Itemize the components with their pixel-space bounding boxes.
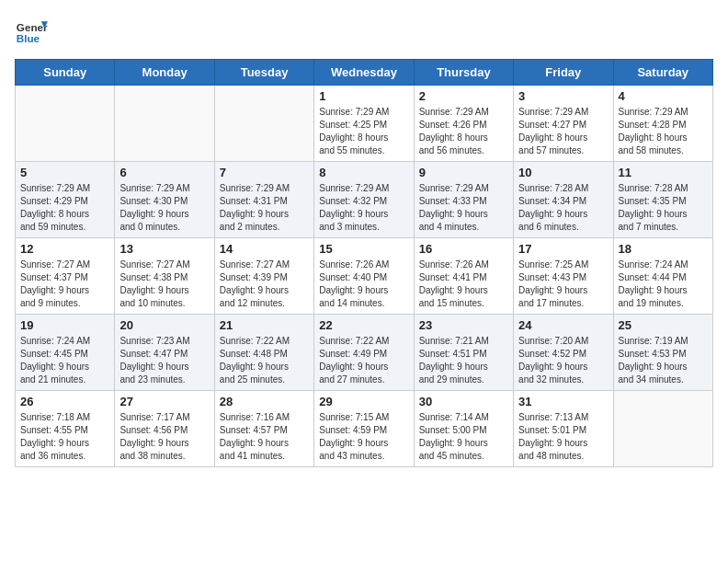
calendar-day-cell (613, 391, 712, 467)
calendar-day-cell: 3Sunrise: 7:29 AM Sunset: 4:27 PM Daylig… (514, 86, 613, 162)
calendar-day-cell: 10Sunrise: 7:28 AM Sunset: 4:34 PM Dayli… (514, 162, 613, 238)
day-number: 13 (119, 242, 209, 256)
calendar-day-cell: 12Sunrise: 7:27 AM Sunset: 4:37 PM Dayli… (16, 238, 115, 315)
weekday-header: Sunday (16, 60, 115, 86)
day-info: Sunrise: 7:29 AM Sunset: 4:26 PM Dayligh… (419, 106, 508, 157)
calendar-day-cell: 8Sunrise: 7:29 AM Sunset: 4:32 PM Daylig… (314, 162, 414, 238)
day-info: Sunrise: 7:24 AM Sunset: 4:44 PM Dayligh… (619, 259, 708, 310)
calendar-day-cell: 25Sunrise: 7:19 AM Sunset: 4:53 PM Dayli… (613, 315, 712, 391)
day-info: Sunrise: 7:29 AM Sunset: 4:30 PM Dayligh… (119, 182, 209, 234)
day-info: Sunrise: 7:27 AM Sunset: 4:39 PM Dayligh… (220, 259, 309, 310)
day-number: 11 (619, 166, 708, 179)
day-info: Sunrise: 7:13 AM Sunset: 5:01 PM Dayligh… (518, 411, 608, 463)
day-number: 6 (119, 166, 209, 179)
day-number: 8 (319, 166, 408, 179)
day-info: Sunrise: 7:28 AM Sunset: 4:34 PM Dayligh… (518, 182, 608, 234)
day-number: 24 (518, 318, 608, 332)
calendar-day-cell: 19Sunrise: 7:24 AM Sunset: 4:45 PM Dayli… (16, 315, 115, 391)
day-info: Sunrise: 7:29 AM Sunset: 4:31 PM Dayligh… (220, 182, 309, 234)
day-info: Sunrise: 7:17 AM Sunset: 4:56 PM Dayligh… (119, 411, 209, 463)
day-info: Sunrise: 7:24 AM Sunset: 4:45 PM Dayligh… (20, 335, 109, 386)
calendar-day-cell (214, 86, 313, 162)
calendar-day-cell: 31Sunrise: 7:13 AM Sunset: 5:01 PM Dayli… (514, 391, 613, 467)
calendar-week-row: 19Sunrise: 7:24 AM Sunset: 4:45 PM Dayli… (16, 315, 713, 391)
calendar-day-cell: 14Sunrise: 7:27 AM Sunset: 4:39 PM Dayli… (214, 238, 313, 315)
day-info: Sunrise: 7:27 AM Sunset: 4:37 PM Dayligh… (20, 259, 109, 310)
calendar-day-cell: 20Sunrise: 7:23 AM Sunset: 4:47 PM Dayli… (115, 315, 214, 391)
day-info: Sunrise: 7:29 AM Sunset: 4:33 PM Dayligh… (419, 182, 508, 234)
calendar-day-cell: 23Sunrise: 7:21 AM Sunset: 4:51 PM Dayli… (414, 315, 513, 391)
weekday-header: Tuesday (214, 60, 313, 86)
day-number: 16 (419, 242, 508, 256)
day-number: 26 (20, 395, 109, 408)
logo: General Blue (15, 15, 48, 48)
day-number: 3 (518, 89, 608, 103)
day-number: 15 (319, 242, 408, 256)
calendar-day-cell: 24Sunrise: 7:20 AM Sunset: 4:52 PM Dayli… (514, 315, 613, 391)
day-info: Sunrise: 7:19 AM Sunset: 4:53 PM Dayligh… (619, 335, 708, 386)
calendar-day-cell: 21Sunrise: 7:22 AM Sunset: 4:48 PM Dayli… (214, 315, 313, 391)
day-number: 23 (419, 318, 508, 332)
day-number: 17 (518, 242, 608, 256)
day-info: Sunrise: 7:16 AM Sunset: 4:57 PM Dayligh… (220, 411, 309, 463)
calendar-day-cell: 22Sunrise: 7:22 AM Sunset: 4:49 PM Dayli… (314, 315, 414, 391)
calendar-day-cell: 18Sunrise: 7:24 AM Sunset: 4:44 PM Dayli… (613, 238, 712, 315)
day-info: Sunrise: 7:23 AM Sunset: 4:47 PM Dayligh… (119, 335, 209, 386)
day-info: Sunrise: 7:29 AM Sunset: 4:27 PM Dayligh… (518, 106, 608, 157)
calendar-day-cell: 9Sunrise: 7:29 AM Sunset: 4:33 PM Daylig… (414, 162, 513, 238)
day-number: 30 (419, 395, 508, 408)
calendar-day-cell: 28Sunrise: 7:16 AM Sunset: 4:57 PM Dayli… (214, 391, 313, 467)
day-info: Sunrise: 7:18 AM Sunset: 4:55 PM Dayligh… (20, 411, 109, 463)
day-number: 19 (20, 318, 109, 332)
day-number: 31 (518, 395, 608, 408)
day-info: Sunrise: 7:29 AM Sunset: 4:28 PM Dayligh… (619, 106, 708, 157)
day-number: 18 (619, 242, 708, 256)
calendar-week-row: 26Sunrise: 7:18 AM Sunset: 4:55 PM Dayli… (16, 391, 713, 467)
day-number: 21 (220, 318, 309, 332)
weekday-header: Friday (514, 60, 613, 86)
day-number: 20 (119, 318, 209, 332)
day-number: 7 (220, 166, 309, 179)
day-number: 2 (419, 89, 508, 103)
calendar-header-row: SundayMondayTuesdayWednesdayThursdayFrid… (16, 60, 713, 86)
calendar-day-cell (115, 86, 214, 162)
day-number: 10 (518, 166, 608, 179)
day-info: Sunrise: 7:29 AM Sunset: 4:32 PM Dayligh… (319, 182, 408, 234)
calendar-day-cell: 15Sunrise: 7:26 AM Sunset: 4:40 PM Dayli… (314, 238, 414, 315)
day-number: 28 (220, 395, 309, 408)
calendar-day-cell: 11Sunrise: 7:28 AM Sunset: 4:35 PM Dayli… (613, 162, 712, 238)
day-number: 4 (619, 89, 708, 103)
calendar-day-cell: 17Sunrise: 7:25 AM Sunset: 4:43 PM Dayli… (514, 238, 613, 315)
day-number: 14 (220, 242, 309, 256)
day-info: Sunrise: 7:15 AM Sunset: 4:59 PM Dayligh… (319, 411, 408, 463)
day-info: Sunrise: 7:26 AM Sunset: 4:40 PM Dayligh… (319, 259, 408, 310)
day-info: Sunrise: 7:14 AM Sunset: 5:00 PM Dayligh… (419, 411, 508, 463)
day-info: Sunrise: 7:29 AM Sunset: 4:25 PM Dayligh… (319, 106, 408, 157)
calendar-day-cell: 4Sunrise: 7:29 AM Sunset: 4:28 PM Daylig… (613, 86, 712, 162)
day-info: Sunrise: 7:29 AM Sunset: 4:29 PM Dayligh… (20, 182, 109, 234)
day-info: Sunrise: 7:26 AM Sunset: 4:41 PM Dayligh… (419, 259, 508, 310)
day-info: Sunrise: 7:28 AM Sunset: 4:35 PM Dayligh… (619, 182, 708, 234)
calendar-day-cell: 30Sunrise: 7:14 AM Sunset: 5:00 PM Dayli… (414, 391, 513, 467)
calendar-day-cell: 26Sunrise: 7:18 AM Sunset: 4:55 PM Dayli… (16, 391, 115, 467)
day-info: Sunrise: 7:22 AM Sunset: 4:48 PM Dayligh… (220, 335, 309, 386)
day-info: Sunrise: 7:20 AM Sunset: 4:52 PM Dayligh… (518, 335, 608, 386)
day-number: 9 (419, 166, 508, 179)
page-header: General Blue (15, 15, 713, 48)
day-info: Sunrise: 7:27 AM Sunset: 4:38 PM Dayligh… (119, 259, 209, 310)
calendar-day-cell: 6Sunrise: 7:29 AM Sunset: 4:30 PM Daylig… (115, 162, 214, 238)
calendar-week-row: 5Sunrise: 7:29 AM Sunset: 4:29 PM Daylig… (16, 162, 713, 238)
day-info: Sunrise: 7:21 AM Sunset: 4:51 PM Dayligh… (419, 335, 508, 386)
calendar-day-cell: 29Sunrise: 7:15 AM Sunset: 4:59 PM Dayli… (314, 391, 414, 467)
calendar-day-cell: 5Sunrise: 7:29 AM Sunset: 4:29 PM Daylig… (16, 162, 115, 238)
weekday-header: Monday (115, 60, 214, 86)
day-number: 12 (20, 242, 109, 256)
day-info: Sunrise: 7:22 AM Sunset: 4:49 PM Dayligh… (319, 335, 408, 386)
calendar-day-cell: 27Sunrise: 7:17 AM Sunset: 4:56 PM Dayli… (115, 391, 214, 467)
calendar-day-cell: 2Sunrise: 7:29 AM Sunset: 4:26 PM Daylig… (414, 86, 513, 162)
day-number: 22 (319, 318, 408, 332)
calendar-day-cell: 1Sunrise: 7:29 AM Sunset: 4:25 PM Daylig… (314, 86, 414, 162)
calendar-week-row: 1Sunrise: 7:29 AM Sunset: 4:25 PM Daylig… (16, 86, 713, 162)
day-number: 1 (319, 89, 408, 103)
calendar-table: SundayMondayTuesdayWednesdayThursdayFrid… (15, 59, 713, 467)
